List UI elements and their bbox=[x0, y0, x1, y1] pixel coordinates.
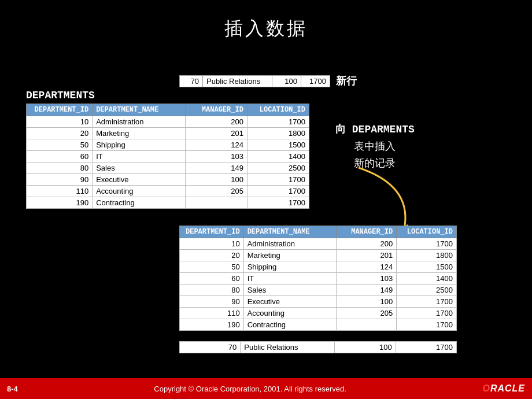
bottom-col-header-dept-name: DEPARTMENT_NAME bbox=[243, 226, 337, 238]
bottom-new-row-location-id: 1700 bbox=[396, 342, 456, 353]
table-row: 60 IT 103 1400 bbox=[180, 273, 457, 285]
cell-dept-name: Sales bbox=[93, 162, 186, 174]
cell-dept-name: Sales bbox=[243, 285, 337, 296]
cell-dept-name: Contracting bbox=[93, 197, 186, 209]
table-row: 110 Accounting 205 1700 bbox=[27, 186, 309, 197]
new-row-label: 新行 bbox=[336, 74, 357, 88]
bottom-new-row-manager-id: 100 bbox=[335, 342, 396, 353]
cell-dept-id: 10 bbox=[27, 116, 93, 128]
table-row: 190 Contracting 1700 bbox=[27, 197, 309, 209]
table-row: 190 Contracting 1700 bbox=[180, 319, 457, 331]
cell-manager-id: 103 bbox=[337, 273, 397, 285]
cell-dept-name: Administration bbox=[243, 238, 337, 250]
cell-dept-name: Marketing bbox=[93, 128, 186, 139]
cell-manager-id: 201 bbox=[337, 250, 397, 261]
cell-dept-name: Contracting bbox=[243, 319, 337, 331]
cell-manager-id: 201 bbox=[185, 128, 247, 139]
table-row: 110 Accounting 205 1700 bbox=[180, 308, 457, 319]
cell-location-id: 1400 bbox=[247, 151, 309, 162]
table-row: 10 Administration 200 1700 bbox=[27, 116, 309, 128]
table-row: 20 Marketing 201 1800 bbox=[180, 250, 457, 261]
table-row: 90 Executive 100 1700 bbox=[27, 174, 309, 186]
page-number: 8-4 bbox=[7, 385, 18, 393]
cell-dept-id: 20 bbox=[180, 250, 244, 261]
bottom-departments-section: DEPARTMENT_ID DEPARTMENT_NAME MANAGER_ID… bbox=[179, 226, 457, 331]
col-header-dept-name: DEPARTMENT_NAME bbox=[93, 104, 186, 116]
cell-dept-id: 90 bbox=[27, 174, 93, 186]
new-row-location-id: 1700 bbox=[301, 75, 330, 87]
desc-line2: 表中插入 bbox=[335, 138, 415, 155]
cell-dept-name: Administration bbox=[93, 116, 186, 128]
cell-dept-id: 110 bbox=[27, 186, 93, 197]
cell-dept-id: 50 bbox=[27, 139, 93, 151]
table-row: 90 Executive 100 1700 bbox=[180, 296, 457, 308]
bottom-new-row: 70 Public Relations 100 1700 bbox=[180, 342, 457, 353]
col-header-manager-id: MANAGER_ID bbox=[185, 104, 247, 116]
cell-manager-id: 103 bbox=[185, 151, 247, 162]
cell-dept-id: 110 bbox=[180, 308, 244, 319]
cell-dept-id: 50 bbox=[180, 261, 244, 273]
bottom-new-row-dept-name: Public Relations bbox=[241, 342, 335, 353]
bottom-new-row-table: 70 Public Relations 100 1700 bbox=[179, 341, 457, 353]
cell-location-id: 1700 bbox=[247, 116, 309, 128]
cell-dept-name: Executive bbox=[93, 174, 186, 186]
footer-bar: 8-4 Copyright © Oracle Corporation, 2001… bbox=[0, 378, 532, 399]
bottom-col-header-location-id: LOCATION_ID bbox=[397, 226, 457, 238]
cell-dept-name: Executive bbox=[243, 296, 337, 308]
cell-location-id: 1700 bbox=[247, 186, 309, 197]
new-row-table: 70 Public Relations 100 1700 bbox=[179, 75, 330, 87]
cell-dept-id: 60 bbox=[27, 151, 93, 162]
cell-location-id: 1700 bbox=[247, 197, 309, 209]
cell-dept-name: Marketing bbox=[243, 250, 337, 261]
cell-location-id: 1700 bbox=[247, 174, 309, 186]
cell-location-id: 1800 bbox=[247, 128, 309, 139]
table-row: 80 Sales 149 2500 bbox=[27, 162, 309, 174]
table-row: 10 Administration 200 1700 bbox=[180, 238, 457, 250]
cell-location-id: 1400 bbox=[397, 273, 457, 285]
cell-dept-id: 80 bbox=[27, 162, 93, 174]
col-header-dept-id: DEPARTMENT_ID bbox=[27, 104, 93, 116]
table-header-row: DEPARTMENT_ID DEPARTMENT_NAME MANAGER_ID… bbox=[27, 104, 309, 116]
bottom-new-row-section: 70 Public Relations 100 1700 bbox=[179, 341, 457, 353]
cell-dept-id: 10 bbox=[180, 238, 244, 250]
cell-manager-id bbox=[337, 319, 397, 331]
table-row: 80 Sales 149 2500 bbox=[180, 285, 457, 296]
cell-manager-id: 205 bbox=[337, 308, 397, 319]
top-table-label: DEPARTMENTS bbox=[26, 90, 309, 101]
cell-manager-id: 100 bbox=[337, 296, 397, 308]
table-row: 50 Shipping 124 1500 bbox=[180, 261, 457, 273]
cell-dept-name: IT bbox=[243, 273, 337, 285]
desc-line1: 向 DEPARMENTS bbox=[335, 121, 415, 138]
cell-location-id: 1500 bbox=[397, 261, 457, 273]
table-row: 20 Marketing 201 1800 bbox=[27, 128, 309, 139]
page-title: 插入数据 bbox=[0, 0, 532, 42]
new-row-dept-id: 70 bbox=[180, 75, 203, 87]
oracle-logo: ORACLE bbox=[482, 383, 525, 394]
cell-manager-id: 200 bbox=[185, 116, 247, 128]
cell-location-id: 1800 bbox=[397, 250, 457, 261]
cell-manager-id: 100 bbox=[185, 174, 247, 186]
cell-dept-id: 80 bbox=[180, 285, 244, 296]
cell-location-id: 1700 bbox=[397, 238, 457, 250]
new-row-manager-id: 100 bbox=[272, 75, 301, 87]
cell-dept-name: Accounting bbox=[93, 186, 186, 197]
cell-manager-id: 149 bbox=[337, 285, 397, 296]
new-row: 70 Public Relations 100 1700 bbox=[180, 75, 330, 87]
table-row: 60 IT 103 1400 bbox=[27, 151, 309, 162]
cell-dept-id: 90 bbox=[180, 296, 244, 308]
cell-dept-name: Shipping bbox=[93, 139, 186, 151]
new-row-dept-name: Public Relations bbox=[203, 75, 272, 87]
cell-dept-id: 60 bbox=[180, 273, 244, 285]
bottom-departments-table: DEPARTMENT_ID DEPARTMENT_NAME MANAGER_ID… bbox=[179, 226, 457, 331]
cell-location-id: 1700 bbox=[397, 296, 457, 308]
cell-manager-id: 149 bbox=[185, 162, 247, 174]
top-departments-table: DEPARTMENT_ID DEPARTMENT_NAME MANAGER_ID… bbox=[26, 104, 309, 209]
cell-dept-id: 190 bbox=[180, 319, 244, 331]
cell-location-id: 2500 bbox=[397, 285, 457, 296]
cell-manager-id: 124 bbox=[337, 261, 397, 273]
cell-dept-name: Accounting bbox=[243, 308, 337, 319]
cell-manager-id: 124 bbox=[185, 139, 247, 151]
cell-manager-id: 205 bbox=[185, 186, 247, 197]
bottom-table-header-row: DEPARTMENT_ID DEPARTMENT_NAME MANAGER_ID… bbox=[180, 226, 457, 238]
table-row: 50 Shipping 124 1500 bbox=[27, 139, 309, 151]
